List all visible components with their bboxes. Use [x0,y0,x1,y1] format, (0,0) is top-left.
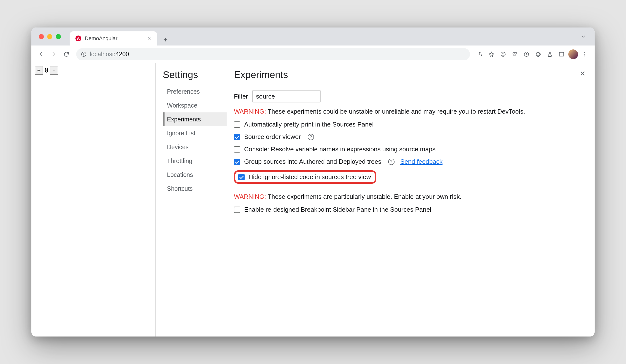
settings-main: Experiments Filter WARNING: These experi… [227,63,595,336]
extension-2-icon[interactable] [509,49,520,60]
url-text: localhost:4200 [90,51,129,58]
experiments-list: Automatically pretty print in the Source… [234,121,587,184]
warning-primary: WARNING: These experiments could be unst… [234,108,587,115]
svg-point-5 [513,52,515,54]
counter-decrement-button[interactable]: - [50,66,58,75]
settings-sidebar: Settings PreferencesWorkspaceExperiments… [156,63,227,336]
counter-increment-button[interactable]: + [35,66,43,75]
warning-label: WARNING: [234,108,266,115]
experiment-label: Automatically pretty print in the Source… [244,121,374,128]
svg-point-6 [515,52,517,54]
address-bar[interactable]: localhost:4200 [76,48,470,60]
experiment-checkbox[interactable] [234,146,240,152]
experiment-row: Automatically pretty print in the Source… [234,121,587,128]
experiment-row: Group sources into Authored and Deployed… [234,158,587,165]
warning-text: These experiments could be unstable or u… [266,108,525,115]
warning-text: These experiments are particularly unsta… [266,193,462,200]
toolbar-actions [474,49,590,60]
forward-button[interactable] [48,49,59,60]
url-host: localhost [90,51,114,57]
tab-favicon-icon: A [76,36,81,41]
svg-point-3 [502,53,503,54]
settings-nav-item[interactable]: Throttling [163,154,227,168]
close-settings-button[interactable] [580,70,587,78]
settings-nav-item[interactable]: Preferences [163,85,227,99]
counter-widget: + 0 - [35,66,152,75]
svg-point-2 [501,52,505,56]
experiment-row: Source order viewer? [234,133,587,141]
close-window-button[interactable] [39,34,44,39]
tab-title: DemoAngular [85,35,117,42]
settings-nav-item[interactable]: Ignore List [163,126,227,140]
settings-body: Settings PreferencesWorkspaceExperiments… [156,63,595,336]
share-icon[interactable] [474,49,485,60]
experiment-row: Hide ignore-listed code in sources tree … [234,170,587,184]
svg-rect-8 [559,52,564,56]
close-tab-icon[interactable] [147,36,151,41]
settings-nav-item[interactable]: Devices [163,140,227,154]
warning-label: WARNING: [234,193,266,200]
fullscreen-window-button[interactable] [56,34,61,39]
profile-avatar[interactable] [568,49,579,60]
tabs: A DemoAngular [70,28,171,45]
svg-point-1 [83,53,84,54]
site-info-icon[interactable] [81,52,86,57]
page-viewport: + 0 - [31,63,156,336]
extensions-icon[interactable] [533,49,544,60]
experiment-label: Hide ignore-listed code in sources tree … [248,173,371,181]
experiment-checkbox[interactable] [234,159,240,165]
experiment-checkbox[interactable] [234,134,240,140]
counter-value: 0 [43,67,49,74]
labs-icon[interactable] [545,49,555,60]
help-icon[interactable]: ? [388,159,394,165]
feedback-link[interactable]: Send feedback [400,158,442,165]
settings-nav-item[interactable]: Shortcuts [163,182,227,196]
settings-nav-item[interactable]: Workspace [163,99,227,112]
new-tab-button[interactable] [160,34,171,45]
warning-secondary: WARNING: These experiments are particula… [234,193,587,200]
extension-3-icon[interactable] [521,49,532,60]
back-button[interactable] [36,49,46,60]
experiments-heading: Experiments [234,69,580,80]
experiment-label: Source order viewer [244,133,301,141]
svg-point-4 [504,53,504,54]
divider [234,86,587,86]
extension-1-icon[interactable] [498,49,509,60]
experiments-list-unstable: Enable re-designed Breakpoint Sidebar Pa… [234,206,587,213]
browser-window: A DemoAngular [31,28,595,336]
browser-tab[interactable]: A DemoAngular [70,31,157,45]
minimize-window-button[interactable] [47,34,52,39]
bookmark-icon[interactable] [486,49,497,60]
settings-title: Settings [163,69,227,80]
tab-overflow-button[interactable] [578,31,589,42]
experiment-checkbox[interactable] [238,174,245,180]
content-area: + 0 - Settings PreferencesWorkspaceExper… [31,63,595,336]
filter-input[interactable] [252,90,320,103]
window-controls [39,34,61,39]
settings-nav-item[interactable]: Experiments [163,112,227,126]
filter-row: Filter [234,90,587,103]
experiment-label: Console: Resolve variable names in expre… [244,146,435,153]
experiment-row: Console: Resolve variable names in expre… [234,146,587,153]
tab-strip: A DemoAngular [31,28,595,45]
experiment-checkbox[interactable] [234,207,240,213]
filter-label: Filter [234,93,248,100]
svg-point-10 [584,54,585,55]
browser-toolbar: localhost:4200 [31,45,595,63]
devtools-settings: Settings PreferencesWorkspaceExperiments… [156,63,595,336]
svg-point-9 [584,52,585,53]
experiment-row: Enable re-designed Breakpoint Sidebar Pa… [234,206,587,213]
experiment-label: Enable re-designed Breakpoint Sidebar Pa… [244,206,431,213]
browser-menu-icon[interactable] [580,49,590,60]
experiment-label: Group sources into Authored and Deployed… [244,158,381,165]
url-port: :4200 [114,51,129,57]
help-icon[interactable]: ? [308,134,314,140]
side-panel-icon[interactable] [556,49,567,60]
experiment-checkbox[interactable] [234,121,240,128]
settings-nav-item[interactable]: Locations [163,168,227,182]
settings-nav-list: PreferencesWorkspaceExperimentsIgnore Li… [163,85,227,196]
svg-point-11 [584,55,585,56]
reload-button[interactable] [61,49,72,60]
